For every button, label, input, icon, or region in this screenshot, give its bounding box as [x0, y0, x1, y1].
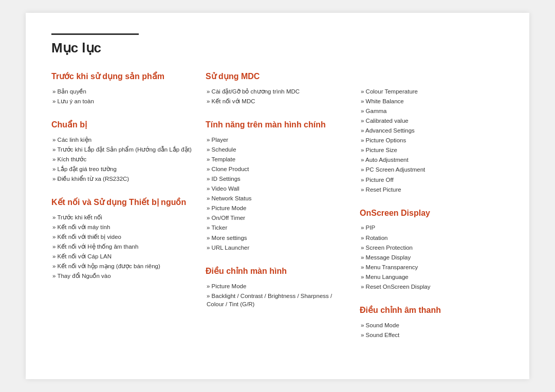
- section-dieu-chinh-am-thanh: Điều chỉnh âm thanh Sound Mode Sound Eff…: [360, 305, 504, 339]
- list-item: White Balance: [360, 97, 504, 105]
- column-1: Trước khi sử dụng sản phẩm Bản quyền Lưu…: [51, 71, 206, 353]
- list-item: Backlight / Contrast / Brightness / Shar…: [206, 292, 349, 308]
- list-item: Picture Mode: [206, 204, 349, 212]
- list-item: Clone Product: [206, 165, 349, 173]
- list-item: Kết nối với Hệ thống âm thanh: [51, 242, 195, 251]
- list-item: Screen Protection: [360, 244, 504, 252]
- list-item: Schedule: [206, 145, 349, 154]
- list-item: Colour Temperature: [360, 87, 504, 96]
- list-item: Lưu ý an toàn: [51, 97, 195, 105]
- list-item: Picture Options: [360, 136, 504, 144]
- section-heading-truoc-khi: Trước khi sử dụng sản phẩm: [51, 71, 195, 82]
- list-item: Picture Size: [360, 146, 504, 154]
- list-item: Calibrated value: [360, 117, 504, 125]
- list-item: Kết nối với MDC: [206, 97, 349, 105]
- section-chuan-bi: Chuẩn bị Các linh kiện Trước khi Lắp đặt…: [51, 120, 195, 183]
- section-heading-chuan-bi: Chuẩn bị: [51, 120, 195, 130]
- page-title: Mục lục: [51, 40, 139, 56]
- list-item: Video Wall: [206, 184, 349, 193]
- section-heading-tinh-nang: Tính năng trên màn hình chính: [206, 120, 349, 130]
- list-item: ID Settings: [206, 175, 349, 183]
- list-item: Message Display: [360, 253, 504, 262]
- list-item: Lắp đặt giá treo tường: [51, 165, 195, 173]
- list-item: Bản quyền: [51, 87, 195, 96]
- page-container: Mục lục Trước khi sử dụng sản phẩm Bản q…: [26, 13, 529, 379]
- list-item: Điều khiển từ xa (RS232C): [51, 175, 195, 183]
- list-item: Kết nối với Cáp LAN: [51, 252, 195, 260]
- section-heading-dieu-chinh-man-hinh: Điều chỉnh màn hình: [206, 266, 349, 277]
- column-3: placeholder Colour Temperature White Bal…: [360, 71, 504, 353]
- list-item: Network Status: [206, 194, 349, 202]
- section-onscreen-display: OnScreen Display PIP Rotation Screen Pro…: [360, 208, 504, 291]
- list-item: Sound Effect: [360, 331, 504, 339]
- section-picture-settings: placeholder Colour Temperature White Bal…: [360, 71, 504, 194]
- column-2: Sử dụng MDC Cài đặt/Gỡ bỏ chương trình M…: [206, 71, 360, 353]
- content-columns: Trước khi sử dụng sản phẩm Bản quyền Lưu…: [51, 71, 504, 353]
- list-item: Kết nối với thiết bị video: [51, 233, 195, 241]
- list-item: Reset Picture: [360, 185, 504, 194]
- list-item: Kích thước: [51, 155, 195, 163]
- list-item: Menu Transparency: [360, 263, 504, 271]
- section-ket-noi: Kết nối và Sử dụng Thiết bị nguồn Trước …: [51, 197, 195, 280]
- list-item: Player: [206, 136, 349, 144]
- list-item: Kết nối với máy tính: [51, 223, 195, 231]
- section-heading-onscreen-display: OnScreen Display: [360, 208, 504, 219]
- section-tinh-nang: Tính năng trên màn hình chính Player Sch…: [206, 120, 349, 252]
- list-item: Picture Mode: [206, 282, 349, 290]
- list-item: Menu Language: [360, 273, 504, 281]
- list-item: Picture Off: [360, 176, 504, 184]
- list-item: Gamma: [360, 107, 504, 115]
- list-item: Auto Adjustment: [360, 156, 504, 164]
- section-heading-su-dung-mdc: Sử dụng MDC: [206, 71, 349, 82]
- section-truoc-khi: Trước khi sử dụng sản phẩm Bản quyền Lưu…: [51, 71, 195, 105]
- title-bar: Mục lục: [51, 33, 139, 56]
- list-item: Thay đổi Nguồn vào: [51, 272, 195, 280]
- list-item: Sound Mode: [360, 321, 504, 329]
- list-item: Advanced Settings: [360, 126, 504, 135]
- list-item: PIP: [360, 223, 504, 232]
- list-item: Các linh kiện: [51, 136, 195, 144]
- list-item: Trước khi Lắp đặt Sản phẩm (Hướng dẫn Lắ…: [51, 145, 195, 154]
- list-item: Rotation: [360, 234, 504, 242]
- list-item: Cài đặt/Gỡ bỏ chương trình MDC: [206, 87, 349, 96]
- section-heading-ket-noi: Kết nối và Sử dụng Thiết bị nguồn: [51, 197, 195, 208]
- section-su-dung-mdc: Sử dụng MDC Cài đặt/Gỡ bỏ chương trình M…: [206, 71, 349, 105]
- section-dieu-chinh-man-hinh: Điều chỉnh màn hình Picture Mode Backlig…: [206, 266, 349, 308]
- list-item: PC Screen Adjustment: [360, 165, 504, 174]
- list-item: Ticker: [206, 223, 349, 232]
- list-item: Reset OnScreen Display: [360, 283, 504, 291]
- list-item: Template: [206, 155, 349, 163]
- list-item: URL Launcher: [206, 244, 349, 252]
- list-item: Trước khi kết nối: [51, 213, 195, 221]
- list-item: Kết nối với hộp mạng (được bán riêng): [51, 262, 195, 270]
- list-item: On/Off Timer: [206, 214, 349, 222]
- section-heading-dieu-chinh-am-thanh: Điều chỉnh âm thanh: [360, 305, 504, 316]
- list-item: More settings: [206, 234, 349, 242]
